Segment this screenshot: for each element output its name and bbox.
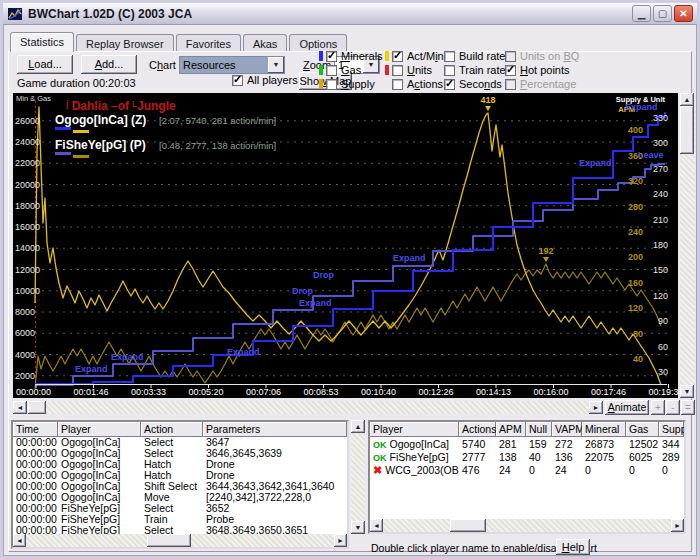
checkbox-box[interactable]: ✓ (392, 51, 403, 62)
column-header[interactable]: Action (141, 422, 203, 437)
scroll-thumb[interactable] (147, 534, 191, 547)
table-row[interactable]: 00:00:00Ogogo[InCa]HatchDrone (13, 470, 347, 481)
hot-points-checkbox[interactable]: ✓Hot points (505, 64, 570, 76)
animate-button[interactable]: Animate (605, 400, 649, 415)
table-cell: Ogogo[InCa] (58, 470, 141, 481)
player-name-cell[interactable]: OKOgogo[InCa] (370, 439, 459, 450)
svg-text:6000: 6000 (15, 328, 35, 338)
table-cell: Drone (203, 459, 347, 470)
action-log-table[interactable]: TimePlayerActionParameters00:00:00Ogogo[… (11, 420, 349, 549)
column-header[interactable]: Player (370, 422, 459, 437)
column-header[interactable]: VAPM (552, 422, 582, 437)
scroll-left-icon[interactable]: ◄ (13, 401, 27, 414)
all-players-checkbox[interactable]: ✓ All players (232, 74, 298, 86)
table-cell: Ogogo[InCa] (58, 459, 141, 470)
checkbox-box[interactable]: ✓ (505, 65, 516, 76)
checkbox-box[interactable] (444, 65, 455, 76)
column-header[interactable]: Player (58, 422, 141, 437)
stat-cell: 5740 (459, 439, 496, 450)
scroll-up-icon[interactable]: ▲ (351, 420, 365, 433)
checkbox-box[interactable] (505, 79, 516, 90)
percentage-checkbox[interactable]: Percentage (505, 78, 576, 90)
scroll-left-icon[interactable]: ◄ (370, 519, 383, 532)
chart-extra-button[interactable]: + (651, 400, 665, 415)
seconds-checkbox[interactable]: ✓Seconds (444, 78, 502, 90)
actions-checkbox[interactable]: Actions (385, 78, 443, 90)
gas-checkbox[interactable]: Gas (319, 64, 361, 76)
supply-checkbox[interactable]: Supply (319, 78, 375, 90)
units-checkbox[interactable]: Units (385, 64, 432, 76)
act-min-checkbox[interactable]: ✓Act/Min (385, 50, 444, 62)
tab-akas[interactable]: Akas (243, 34, 287, 52)
maximize-button[interactable]: ▢ (653, 5, 672, 22)
series-color-chip (319, 79, 323, 89)
player-stats-row[interactable]: OKOgogo[InCa]57402811592722687312502344 (370, 439, 684, 450)
build-rate-checkbox[interactable]: Build rate (444, 50, 505, 62)
tab-replay-browser[interactable]: Replay Browser (76, 34, 174, 52)
column-header[interactable]: Actions (459, 422, 496, 437)
close-icon[interactable]: ✕ (674, 5, 693, 22)
checkbox-box[interactable]: ✓ (444, 79, 455, 90)
player-name-cell[interactable]: OKFiSheYe[pG] (370, 452, 459, 463)
column-header[interactable]: Gas (626, 422, 659, 437)
table-row[interactable]: 00:00:00Ogogo[InCa]Shift Select3644,3643… (13, 481, 347, 492)
scroll-thumb[interactable] (450, 519, 486, 532)
tab-favorites[interactable]: Favorites (176, 34, 241, 52)
table-row[interactable]: 00:00:00Ogogo[InCa]Move[2240,342],3722,2… (13, 492, 347, 503)
checkbox-box[interactable] (326, 79, 337, 90)
column-header[interactable]: Parameters (203, 422, 347, 437)
minimize-button[interactable]: ▁ (632, 5, 651, 22)
column-header[interactable]: Null (526, 422, 552, 437)
scroll-thumb[interactable] (28, 401, 46, 414)
svg-text:00:19:33: 00:19:33 (649, 387, 679, 397)
action-log-horizontal-scrollbar[interactable]: ◄► (13, 534, 347, 547)
table-cell: Hatch (141, 470, 203, 481)
add-button[interactable]: Add... (81, 55, 137, 74)
table-row[interactable]: 00:00:00Ogogo[InCa]Select3647 (13, 437, 347, 448)
player-name-cell[interactable]: ✖WCG_2003(OB) (370, 465, 459, 476)
tab-statistics[interactable]: Statistics (10, 32, 74, 52)
help-button[interactable]: Help (556, 539, 590, 555)
units-on-bq-checkbox[interactable]: Units on BQ (505, 50, 579, 62)
player-stats-table[interactable]: PlayerActionsAPMNullVAPMMineralGasSuppOK… (368, 420, 686, 534)
column-header[interactable]: Supp (659, 422, 684, 437)
scroll-right-icon[interactable]: ► (334, 534, 347, 547)
scroll-down-icon[interactable]: ▼ (680, 385, 694, 398)
column-header[interactable]: APM (496, 422, 526, 437)
column-header[interactable]: Time (13, 422, 58, 437)
chart-type-combobox[interactable]: Resources ▼ (179, 56, 285, 74)
checkbox-box[interactable] (505, 51, 516, 62)
title-bar[interactable]: BWChart 1.02D (C) 2003 JCA ▁ ▢ ✕ (3, 3, 697, 25)
scroll-left-icon[interactable]: ◄ (13, 534, 26, 547)
series-color-chip (319, 51, 323, 61)
table-row[interactable]: 00:00:00FiSheYe[pG]TrainProbe (13, 514, 347, 525)
scroll-up-icon[interactable]: ▲ (680, 93, 694, 106)
load-button[interactable]: Load... (17, 55, 73, 74)
chart-extra-button[interactable]: = (681, 400, 695, 415)
scroll-thumb[interactable] (680, 106, 694, 154)
chart-extra-button[interactable]: - (666, 400, 680, 415)
minerals-checkbox[interactable]: ✓Minerals (319, 50, 383, 62)
chevron-down-icon[interactable]: ▼ (268, 57, 284, 73)
scroll-right-icon[interactable]: ► (671, 519, 684, 532)
svg-text:Ogogo[InCa] (Z): Ogogo[InCa] (Z) (55, 113, 146, 127)
stats-horizontal-scrollbar[interactable]: ◄► (370, 519, 684, 532)
checkbox-box[interactable] (326, 65, 337, 76)
scroll-down-icon[interactable]: ▼ (351, 521, 365, 534)
table-row[interactable]: 00:00:00FiSheYe[pG]Select3652 (13, 503, 347, 514)
column-header[interactable]: Mineral (582, 422, 626, 437)
table-row[interactable]: 00:00:00Ogogo[InCa]Select3646,3645,3639 (13, 448, 347, 459)
checkbox-label: Gas (341, 64, 361, 76)
player-stats-row[interactable]: ✖WCG_2003(OB)47624024000 (370, 465, 684, 476)
player-stats-row[interactable]: OKFiSheYe[pG]277713840136220756025289 (370, 452, 684, 463)
checkbox-box[interactable] (444, 51, 455, 62)
table-row[interactable]: 00:00:00Ogogo[InCa]HatchDrone (13, 459, 347, 470)
checkbox-box[interactable] (392, 65, 403, 76)
train-rate-checkbox[interactable]: Train rate (444, 64, 506, 76)
scroll-right-icon[interactable]: ► (589, 401, 603, 414)
tab-strip: StatisticsReplay BrowserFavoritesAkasOpt… (10, 32, 349, 52)
table-cell: Shift Select (141, 481, 203, 492)
checkbox-box[interactable]: ✓ (326, 51, 337, 62)
checkbox-box[interactable] (392, 79, 403, 90)
table-cell: 00:00:00 (13, 492, 58, 503)
